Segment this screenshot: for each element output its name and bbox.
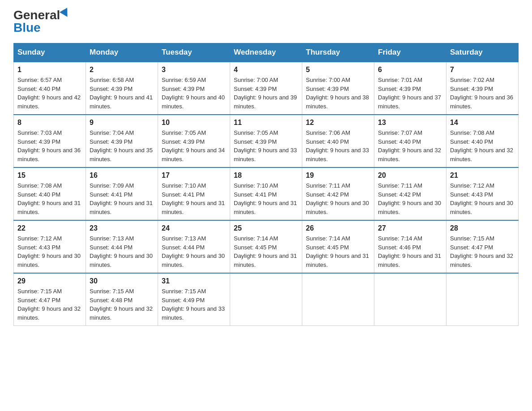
calendar-week-row: 22 Sunrise: 7:12 AMSunset: 4:43 PMDaylig…: [14, 220, 519, 273]
calendar-day-cell: 7 Sunrise: 7:02 AMSunset: 4:39 PMDayligh…: [446, 62, 519, 115]
day-info: Sunrise: 7:00 AMSunset: 4:39 PMDaylight:…: [234, 77, 297, 110]
calendar-day-cell: 15 Sunrise: 7:08 AMSunset: 4:40 PMDaylig…: [14, 167, 86, 220]
day-info: Sunrise: 7:10 AMSunset: 4:41 PMDaylight:…: [162, 182, 225, 215]
day-info: Sunrise: 7:14 AMSunset: 4:45 PMDaylight:…: [306, 235, 369, 268]
column-header-saturday: Saturday: [446, 43, 519, 62]
day-info: Sunrise: 7:15 AMSunset: 4:47 PMDaylight:…: [450, 235, 513, 268]
day-number: 8: [17, 119, 82, 127]
day-number: 12: [306, 119, 370, 127]
logo-general: General: [13, 9, 60, 21]
day-info: Sunrise: 7:02 AMSunset: 4:39 PMDaylight:…: [450, 77, 513, 110]
calendar-day-cell: 21 Sunrise: 7:12 AMSunset: 4:43 PMDaylig…: [446, 167, 519, 220]
day-number: 1: [17, 66, 82, 74]
column-header-monday: Monday: [86, 43, 158, 62]
calendar-table: SundayMondayTuesdayWednesdayThursdayFrid…: [13, 43, 519, 326]
day-number: 3: [162, 66, 226, 74]
calendar-day-cell: 29 Sunrise: 7:15 AMSunset: 4:47 PMDaylig…: [14, 273, 86, 326]
day-number: 30: [90, 277, 154, 285]
day-info: Sunrise: 7:14 AMSunset: 4:46 PMDaylight:…: [378, 235, 441, 268]
day-info: Sunrise: 7:14 AMSunset: 4:45 PMDaylight:…: [234, 235, 297, 268]
day-number: 9: [90, 119, 154, 127]
day-info: Sunrise: 7:07 AMSunset: 4:40 PMDaylight:…: [378, 129, 441, 163]
day-info: Sunrise: 6:57 AMSunset: 4:40 PMDaylight:…: [17, 77, 81, 110]
day-info: Sunrise: 7:06 AMSunset: 4:40 PMDaylight:…: [306, 129, 369, 163]
calendar-week-row: 1 Sunrise: 6:57 AMSunset: 4:40 PMDayligh…: [14, 62, 519, 115]
logo: General Blue: [13, 9, 70, 34]
calendar-day-cell: [446, 273, 519, 326]
logo-triangle-icon: [60, 8, 71, 19]
day-number: 18: [234, 171, 298, 180]
day-number: 2: [90, 66, 154, 74]
calendar-day-cell: 20 Sunrise: 7:11 AMSunset: 4:42 PMDaylig…: [374, 167, 446, 220]
day-number: 28: [450, 224, 515, 232]
calendar-week-row: 29 Sunrise: 7:15 AMSunset: 4:47 PMDaylig…: [14, 273, 519, 326]
day-number: 11: [234, 119, 298, 127]
day-info: Sunrise: 7:03 AMSunset: 4:39 PMDaylight:…: [17, 129, 81, 163]
day-info: Sunrise: 7:00 AMSunset: 4:39 PMDaylight:…: [306, 77, 369, 110]
calendar-day-cell: 14 Sunrise: 7:08 AMSunset: 4:40 PMDaylig…: [446, 115, 519, 167]
day-number: 4: [234, 66, 298, 74]
day-info: Sunrise: 7:13 AMSunset: 4:44 PMDaylight:…: [90, 235, 153, 268]
day-number: 26: [306, 224, 370, 232]
calendar-day-cell: 12 Sunrise: 7:06 AMSunset: 4:40 PMDaylig…: [302, 115, 374, 167]
day-info: Sunrise: 7:01 AMSunset: 4:39 PMDaylight:…: [378, 77, 441, 110]
day-number: 19: [306, 171, 370, 180]
day-info: Sunrise: 7:10 AMSunset: 4:41 PMDaylight:…: [234, 182, 297, 215]
day-info: Sunrise: 6:58 AMSunset: 4:39 PMDaylight:…: [90, 77, 153, 110]
day-number: 15: [17, 171, 82, 180]
column-header-sunday: Sunday: [14, 43, 86, 62]
calendar-day-cell: 1 Sunrise: 6:57 AMSunset: 4:40 PMDayligh…: [14, 62, 86, 115]
day-info: Sunrise: 7:15 AMSunset: 4:49 PMDaylight:…: [162, 288, 225, 321]
day-number: 31: [162, 277, 226, 285]
calendar-day-cell: [374, 273, 446, 326]
day-number: 24: [162, 224, 226, 232]
calendar-day-cell: 25 Sunrise: 7:14 AMSunset: 4:45 PMDaylig…: [230, 220, 302, 273]
day-info: Sunrise: 6:59 AMSunset: 4:39 PMDaylight:…: [162, 77, 225, 110]
calendar-day-cell: 26 Sunrise: 7:14 AMSunset: 4:45 PMDaylig…: [302, 220, 374, 273]
calendar-day-cell: 8 Sunrise: 7:03 AMSunset: 4:39 PMDayligh…: [14, 115, 86, 167]
calendar-day-cell: 5 Sunrise: 7:00 AMSunset: 4:39 PMDayligh…: [302, 62, 374, 115]
calendar-day-cell: 4 Sunrise: 7:00 AMSunset: 4:39 PMDayligh…: [230, 62, 302, 115]
calendar-day-cell: 22 Sunrise: 7:12 AMSunset: 4:43 PMDaylig…: [14, 220, 86, 273]
calendar-day-cell: 31 Sunrise: 7:15 AMSunset: 4:49 PMDaylig…: [158, 273, 230, 326]
day-number: 27: [378, 224, 442, 232]
day-number: 22: [17, 224, 82, 232]
calendar-header-row: SundayMondayTuesdayWednesdayThursdayFrid…: [14, 43, 519, 62]
page-header: General Blue: [13, 9, 519, 34]
calendar-day-cell: 19 Sunrise: 7:11 AMSunset: 4:42 PMDaylig…: [302, 167, 374, 220]
calendar-day-cell: 3 Sunrise: 6:59 AMSunset: 4:39 PMDayligh…: [158, 62, 230, 115]
day-info: Sunrise: 7:11 AMSunset: 4:42 PMDaylight:…: [378, 182, 441, 215]
calendar-day-cell: 18 Sunrise: 7:10 AMSunset: 4:41 PMDaylig…: [230, 167, 302, 220]
day-info: Sunrise: 7:08 AMSunset: 4:40 PMDaylight:…: [450, 129, 513, 163]
calendar-day-cell: [230, 273, 302, 326]
day-number: 17: [162, 171, 226, 180]
calendar-day-cell: 17 Sunrise: 7:10 AMSunset: 4:41 PMDaylig…: [158, 167, 230, 220]
column-header-thursday: Thursday: [302, 43, 374, 62]
calendar-day-cell: 13 Sunrise: 7:07 AMSunset: 4:40 PMDaylig…: [374, 115, 446, 167]
calendar-day-cell: 10 Sunrise: 7:05 AMSunset: 4:39 PMDaylig…: [158, 115, 230, 167]
column-header-friday: Friday: [374, 43, 446, 62]
day-number: 6: [378, 66, 442, 74]
day-number: 16: [90, 171, 154, 180]
calendar-day-cell: 9 Sunrise: 7:04 AMSunset: 4:39 PMDayligh…: [86, 115, 158, 167]
day-number: 7: [450, 66, 515, 74]
calendar-week-row: 8 Sunrise: 7:03 AMSunset: 4:39 PMDayligh…: [14, 115, 519, 167]
day-info: Sunrise: 7:04 AMSunset: 4:39 PMDaylight:…: [90, 129, 153, 163]
day-number: 14: [450, 119, 515, 127]
calendar-day-cell: [302, 273, 374, 326]
day-info: Sunrise: 7:15 AMSunset: 4:48 PMDaylight:…: [90, 288, 153, 321]
column-header-wednesday: Wednesday: [230, 43, 302, 62]
day-info: Sunrise: 7:13 AMSunset: 4:44 PMDaylight:…: [162, 235, 225, 268]
day-number: 25: [234, 224, 298, 232]
day-number: 13: [378, 119, 442, 127]
calendar-day-cell: 23 Sunrise: 7:13 AMSunset: 4:44 PMDaylig…: [86, 220, 158, 273]
day-info: Sunrise: 7:12 AMSunset: 4:43 PMDaylight:…: [17, 235, 81, 268]
day-info: Sunrise: 7:05 AMSunset: 4:39 PMDaylight:…: [234, 129, 297, 163]
calendar-week-row: 15 Sunrise: 7:08 AMSunset: 4:40 PMDaylig…: [14, 167, 519, 220]
day-number: 20: [378, 171, 442, 180]
day-info: Sunrise: 7:11 AMSunset: 4:42 PMDaylight:…: [306, 182, 369, 215]
column-header-tuesday: Tuesday: [158, 43, 230, 62]
calendar-day-cell: 30 Sunrise: 7:15 AMSunset: 4:48 PMDaylig…: [86, 273, 158, 326]
day-number: 29: [17, 277, 82, 285]
day-number: 23: [90, 224, 154, 232]
